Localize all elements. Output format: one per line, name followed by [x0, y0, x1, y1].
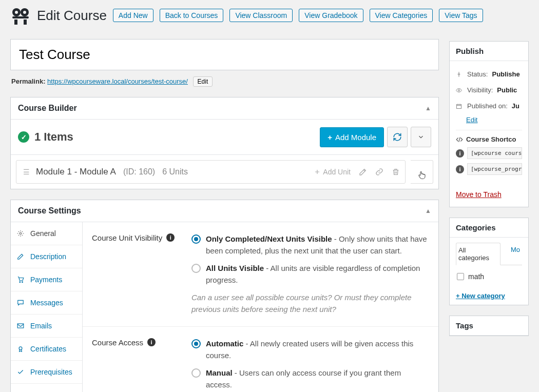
info-icon[interactable]: i — [456, 165, 464, 173]
svg-point-12 — [458, 89, 460, 91]
visibility-value: Public — [497, 86, 517, 94]
checkbox-icon[interactable] — [457, 273, 464, 280]
tab-messages[interactable]: Messages — [11, 291, 82, 315]
add-new-button[interactable]: Add New — [113, 9, 153, 22]
cursor-pointer-icon — [417, 170, 427, 180]
categories-heading: Categories — [450, 218, 528, 238]
tab-description[interactable]: Description — [11, 245, 82, 268]
publish-panel: Publish Status: Publishe Visibility: Pub… — [449, 41, 529, 207]
builder-top-row: ✓ 1 Items + Add Module — [11, 120, 438, 155]
add-new-category-link[interactable]: + New category — [456, 292, 505, 300]
view-classroom-button[interactable]: View Classroom — [229, 9, 293, 22]
panel-collapse-icon: ▲ — [425, 105, 431, 112]
radio-icon — [191, 368, 201, 378]
back-to-courses-button[interactable]: Back to Courses — [160, 9, 224, 22]
course-settings-panel: Course Settings ▲ General Description P — [10, 200, 439, 392]
access-option-automatic[interactable]: Automatic - All newly created users will… — [191, 338, 429, 361]
refresh-button[interactable] — [387, 127, 408, 147]
permalink-label: Permalink: — [11, 77, 45, 85]
radio-icon — [191, 339, 201, 348]
svg-rect-5 — [14, 19, 17, 25]
course-title-input[interactable] — [11, 40, 438, 70]
tab-label: General — [30, 229, 56, 238]
add-unit-button[interactable]: Add Unit — [314, 168, 351, 176]
opt-title: All Units Visible — [206, 264, 264, 272]
info-icon[interactable]: i — [456, 149, 464, 158]
shortcodes-heading: Course Shortco — [466, 135, 516, 143]
visibility-option-all[interactable]: All Units Visible - All units are visibl… — [191, 263, 429, 286]
tab-label: Emails — [30, 322, 52, 330]
tab-label: Payments — [30, 276, 62, 284]
course-builder-header[interactable]: Course Builder ▲ — [11, 97, 438, 120]
view-categories-button[interactable]: View Categories — [370, 9, 433, 22]
tab-all-categories[interactable]: All categories — [456, 243, 500, 265]
move-to-trash-link[interactable]: Move to Trash — [456, 190, 502, 199]
svg-point-7 — [20, 232, 22, 234]
shortcode-row-2: i [wpcourse_progress c — [456, 163, 522, 175]
tab-payments[interactable]: Payments — [11, 268, 82, 291]
course-settings-heading: Course Settings — [18, 206, 81, 215]
module-toggle[interactable] — [411, 160, 433, 184]
access-label: Course Access — [92, 338, 143, 347]
calendar-icon — [456, 103, 463, 109]
status-label: Status: — [467, 70, 488, 78]
module-actions: Add Unit — [314, 168, 400, 176]
tab-tools[interactable]: Tools — [11, 384, 82, 392]
drag-handle-icon[interactable]: ☰ — [22, 168, 31, 176]
publish-edit-link[interactable]: Edit — [466, 116, 477, 124]
tab-certificates[interactable]: Certificates — [11, 338, 82, 361]
items-count-label: 1 Items — [34, 130, 73, 144]
svg-point-11 — [19, 347, 22, 350]
tab-prerequisites[interactable]: Prerequisites — [11, 361, 82, 384]
permalink-row: Permalink: https://wpcourseware.local/co… — [10, 70, 439, 87]
module-title: Module 1 - Module A — [36, 167, 116, 177]
svg-point-3 — [23, 11, 26, 14]
tab-emails[interactable]: Emails — [11, 315, 82, 338]
visibility-option-completed[interactable]: Only Completed/Next Units Visible - Only… — [191, 233, 429, 257]
shortcodes-heading-row: Course Shortco — [456, 130, 522, 143]
settings-tabs: General Description Payments Messages — [11, 222, 83, 392]
link-module-icon[interactable] — [375, 168, 383, 176]
svg-rect-10 — [17, 324, 24, 328]
svg-point-2 — [15, 11, 18, 14]
category-tabs: All categories Mo — [456, 243, 522, 265]
module-units: 6 Units — [162, 167, 188, 177]
tab-label: Certificates — [30, 345, 66, 353]
add-module-button[interactable]: + Add Module — [320, 127, 384, 147]
expand-all-button[interactable] — [411, 127, 431, 147]
check-circle-icon: ✓ — [18, 131, 29, 143]
visibility-label: Visibility: — [467, 86, 493, 94]
categories-panel: Categories All categories Mo math + New … — [449, 218, 529, 305]
view-tags-button[interactable]: View Tags — [439, 9, 483, 22]
radio-icon — [191, 234, 201, 244]
info-icon[interactable]: i — [147, 338, 156, 346]
view-gradebook-button[interactable]: View Gradebook — [299, 9, 363, 22]
cart-icon — [17, 276, 25, 283]
tab-general[interactable]: General — [11, 222, 82, 245]
info-icon[interactable]: i — [166, 233, 175, 242]
shortcode-2[interactable]: [wpcourse_progress c — [467, 163, 522, 175]
permalink-edit-button[interactable]: Edit — [193, 76, 213, 87]
svg-rect-13 — [457, 104, 461, 108]
code-icon — [456, 136, 463, 143]
status-row: Status: Publishe — [456, 66, 522, 82]
svg-point-8 — [20, 282, 21, 283]
course-settings-header[interactable]: Course Settings ▲ — [11, 200, 438, 222]
app-gear-icon — [10, 5, 31, 26]
published-label: Published on: — [467, 102, 508, 110]
svg-rect-6 — [24, 19, 27, 25]
permalink-link[interactable]: https://wpcourseware.local/courses/test-… — [47, 77, 188, 85]
course-builder-panel: Course Builder ▲ ✓ 1 Items + Add Module — [10, 97, 439, 189]
envelope-icon — [17, 322, 25, 329]
edit-module-icon[interactable] — [359, 168, 367, 176]
published-row: Published on: Ju — [456, 98, 522, 114]
certificate-icon — [17, 345, 25, 352]
category-item-math[interactable]: math — [456, 270, 522, 283]
delete-module-icon[interactable] — [392, 168, 400, 176]
module-row: ☰ Module 1 - Module A (ID: 160) 6 Units … — [16, 160, 406, 184]
tab-most-used[interactable]: Mo — [509, 243, 522, 265]
course-builder-heading: Course Builder — [18, 104, 77, 113]
opt-title: Automatic — [206, 339, 243, 348]
shortcode-1[interactable]: [wpcourse course="3 — [467, 147, 522, 159]
access-option-manual[interactable]: Manual - Users can only access course if… — [191, 367, 429, 390]
